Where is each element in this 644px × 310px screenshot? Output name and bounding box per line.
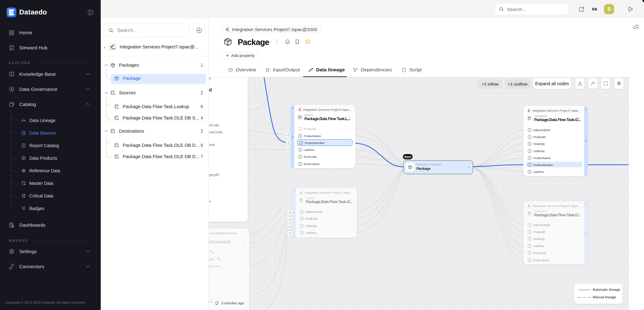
svg-text:SSIS: SSIS: [528, 206, 531, 208]
svg-text:SSIS: SSIS: [300, 193, 303, 194]
svg-text:SSIS: SSIS: [226, 30, 229, 31]
svg-text:SSIS: SSIS: [299, 110, 302, 111]
svg-text:SSIS: SSIS: [528, 111, 531, 112]
svg-text:SSIS: SSIS: [111, 47, 115, 49]
